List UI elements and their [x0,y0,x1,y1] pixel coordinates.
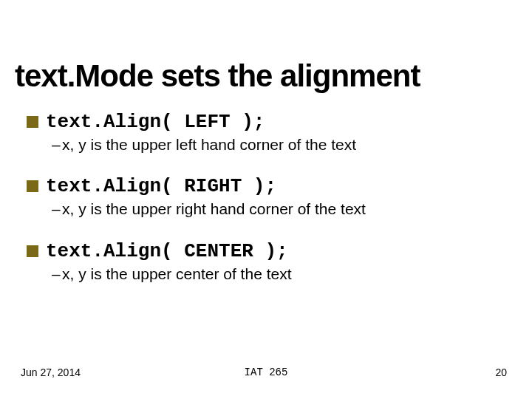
list-item: text.Align( LEFT ); – x, y is the upper … [27,111,499,154]
square-bullet-icon [27,245,38,257]
footer-page: 20 [495,366,507,378]
list-item: text.Align( CENTER ); – x, y is the uppe… [27,240,499,284]
slide-body: text.Align( LEFT ); – x, y is the upper … [27,111,499,304]
sub-bullet-row: – x, y is the upper right hand corner of… [52,199,499,219]
bullet-row: text.Align( RIGHT ); [27,175,499,197]
slide: text.Mode sets the alignment text.Align(… [0,0,532,399]
square-bullet-icon [27,116,38,128]
sub-bullet-row: – x, y is the upper center of the text [52,264,499,284]
sub-bullet-text: x, y is the upper left hand corner of th… [62,136,356,153]
code-text: text.Align( RIGHT ); [46,175,276,197]
square-bullet-icon [27,180,38,192]
slide-title: text.Mode sets the alignment [15,61,420,92]
sub-bullet-text: x, y is the upper center of the text [62,265,292,282]
dash-icon: – [52,199,62,219]
sub-bullet-text: x, y is the upper right hand corner of t… [62,200,366,217]
code-text: text.Align( LEFT ); [46,111,265,133]
bullet-row: text.Align( CENTER ); [27,240,499,262]
bullet-row: text.Align( LEFT ); [27,111,499,133]
slide-footer: Jun 27, 2014 IAT 265 20 [0,364,532,378]
footer-course: IAT 265 [0,366,532,378]
sub-bullet-row: – x, y is the upper left hand corner of … [52,134,499,154]
dash-icon: – [52,134,62,154]
dash-icon: – [52,264,62,284]
code-text: text.Align( CENTER ); [46,240,288,262]
list-item: text.Align( RIGHT ); – x, y is the upper… [27,175,499,219]
